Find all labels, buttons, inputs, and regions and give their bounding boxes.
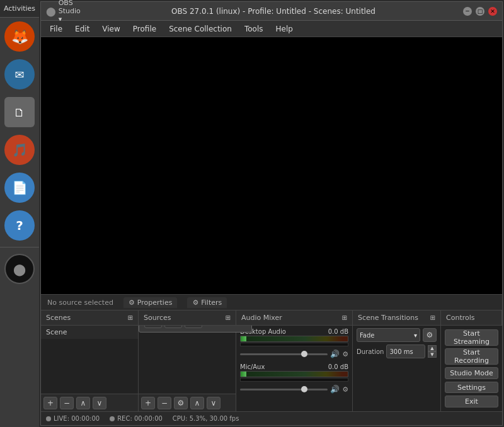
panel-header-scenes: Scenes ⊞: [41, 310, 139, 325]
start-recording-button[interactable]: Start Recording: [445, 348, 498, 365]
app-menu-label[interactable]: OBS Studio ▾: [59, 0, 84, 23]
scenes-down-button[interactable]: ∨: [93, 397, 106, 409]
mic-audio-name: Mic/Aux: [240, 363, 265, 370]
menu-view[interactable]: View: [97, 23, 125, 35]
menu-bar: File Edit View Profile Scene Collection …: [41, 21, 502, 37]
exit-button[interactable]: Exit: [445, 396, 498, 407]
sources-down-button[interactable]: ∨: [207, 397, 220, 409]
sources-tooltip: ou don't have any source Click the + but…: [139, 326, 252, 333]
taskbar-files[interactable]: 🗋: [4, 97, 35, 127]
minimize-button[interactable]: ─: [463, 7, 472, 16]
properties-tab[interactable]: ⚙ Properties: [123, 297, 177, 308]
live-indicator: [46, 416, 51, 421]
window-source-icon[interactable]: 🪟: [164, 326, 182, 328]
source-bar: No source selected ⚙ Properties ⚙ Filter…: [41, 294, 502, 310]
writer-icon: 📄: [12, 180, 28, 195]
desktop-audio-header: Desktop Audio 0.0 dB: [240, 328, 348, 335]
mic-audio-level-bar: [240, 371, 348, 377]
obs-app-icon: ⬤: [46, 6, 56, 16]
taskbar: Activities 🦊 ✉ 🗋 🎵 📄 ? ⬤: [0, 0, 39, 427]
duration-up-button[interactable]: ▲: [428, 345, 437, 351]
sources-remove-button[interactable]: −: [158, 397, 171, 409]
activities-bar: Activities: [0, 0, 39, 18]
menu-profile[interactable]: Profile: [128, 23, 161, 35]
taskbar-writer[interactable]: 📄: [4, 173, 35, 203]
controls-panel: Start Streaming Start Recording Studio M…: [441, 326, 502, 411]
desktop-audio-level-bar: [240, 336, 348, 342]
rec-indicator: [110, 416, 115, 421]
bottom-panels: Scenes ⊞ Sources ⊞ Audio Mixer ⊞ Scene T…: [41, 310, 502, 411]
transitions-gear-button[interactable]: ⚙: [423, 328, 437, 342]
menu-tools[interactable]: Tools: [239, 23, 268, 35]
panel-headers: Scenes ⊞ Sources ⊞ Audio Mixer ⊞ Scene T…: [41, 310, 502, 326]
duration-down-button[interactable]: ▼: [428, 351, 437, 358]
obs-icon: ⬤: [13, 263, 26, 276]
sources-settings-button[interactable]: ⚙: [174, 397, 188, 409]
duration-spinners: ▲ ▼: [428, 345, 437, 358]
menu-help[interactable]: Help: [270, 23, 297, 35]
mic-audio-slider[interactable]: [240, 389, 328, 390]
filters-tab[interactable]: ⚙ Filters: [187, 297, 227, 308]
desktop-audio-db: 0.0 dB: [328, 328, 348, 335]
taskbar-firefox[interactable]: 🦊: [4, 21, 35, 52]
cpu-label: CPU: 5.3%, 30.00 fps: [173, 415, 239, 422]
taskbar-mail[interactable]: ✉: [4, 59, 35, 89]
menu-file[interactable]: File: [45, 23, 67, 35]
help-icon: ?: [16, 218, 23, 233]
panel-content: Scene + − ∧ ∨ ou don't have any source C…: [41, 326, 502, 411]
taskbar-help[interactable]: ?: [4, 210, 35, 241]
mic-audio-channel: Mic/Aux 0.0 dB 🔊: [240, 363, 348, 394]
mic-audio-settings-icon[interactable]: ⚙: [342, 385, 348, 394]
obs-window: ⬤ OBS Studio ▾ OBS 27.0.1 (linux) - Prof…: [40, 1, 503, 426]
maximize-button[interactable]: □: [476, 7, 484, 16]
desktop-audio-mute-icon[interactable]: 🔊: [330, 350, 340, 358]
status-cpu: CPU: 5.3%, 30.00 fps: [173, 415, 239, 422]
taskbar-rhythmbox[interactable]: 🎵: [4, 135, 35, 165]
sources-add-button[interactable]: +: [141, 397, 155, 409]
close-button[interactable]: ✕: [488, 7, 497, 16]
mail-icon: ✉: [14, 68, 24, 81]
menu-edit[interactable]: Edit: [70, 23, 94, 35]
sources-panel-icon: ⊞: [226, 314, 231, 321]
camera-source-icon[interactable]: 📷: [185, 326, 202, 328]
scenes-panel-icon: ⊞: [128, 314, 133, 321]
duration-input[interactable]: 300 ms: [386, 344, 425, 358]
taskbar-obs[interactable]: ⬤: [4, 254, 35, 284]
rec-label: REC: 00:00:00: [117, 415, 163, 422]
scenes-add-button[interactable]: +: [43, 397, 57, 409]
chevron-down-icon: ▾: [414, 332, 417, 339]
sources-bottom-bar: + − ⚙ ∧ ∨: [139, 394, 236, 411]
title-bar: ⬤ OBS Studio ▾ OBS 27.0.1 (linux) - Prof…: [41, 2, 502, 21]
panel-header-sources: Sources ⊞: [139, 310, 236, 325]
files-icon: 🗋: [14, 106, 25, 119]
panel-header-transitions: Scene Transitions ⊞: [353, 310, 441, 325]
desktop-audio-channel: Desktop Audio 0.0 dB 🔊: [240, 328, 348, 358]
display-source-icon[interactable]: 🖥: [144, 326, 162, 328]
desktop-audio-slider[interactable]: [240, 353, 328, 355]
live-label: LIVE: 00:00:00: [54, 415, 100, 422]
audio-panel-icon: ⊞: [342, 314, 347, 321]
menu-scene-collection[interactable]: Scene Collection: [164, 23, 237, 35]
mic-audio-db: 0.0 dB: [328, 363, 348, 370]
studio-mode-button[interactable]: Studio Mode: [445, 367, 498, 379]
rhythmbox-icon: 🎵: [12, 142, 28, 157]
firefox-icon: 🦊: [11, 29, 28, 45]
status-bar: LIVE: 00:00:00 REC: 00:00:00 CPU: 5.3%, …: [41, 411, 502, 425]
transitions-fade-select[interactable]: Fade ▾: [357, 328, 420, 342]
status-rec: REC: 00:00:00: [110, 415, 163, 422]
mic-audio-thumb: [301, 386, 307, 392]
no-source-label: No source selected: [47, 299, 113, 307]
start-streaming-button[interactable]: Start Streaming: [445, 329, 498, 346]
sources-up-button[interactable]: ∧: [190, 397, 204, 409]
audio-panel: Desktop Audio 0.0 dB 🔊: [236, 326, 353, 411]
desktop-audio-level-fill2: [241, 339, 246, 341]
transitions-panel: Fade ▾ ⚙ Duration 300 ms ▲ ▼: [353, 326, 441, 411]
window-controls: ─ □ ✕: [463, 7, 497, 16]
mic-audio-mute-icon[interactable]: 🔊: [330, 385, 340, 394]
duration-label: Duration: [357, 348, 384, 355]
scenes-up-button[interactable]: ∧: [76, 397, 90, 409]
settings-button[interactable]: Settings: [445, 382, 498, 394]
gear-icon: ⚙: [129, 299, 135, 307]
scenes-remove-button[interactable]: −: [60, 397, 74, 409]
desktop-audio-settings-icon[interactable]: ⚙: [342, 350, 348, 358]
